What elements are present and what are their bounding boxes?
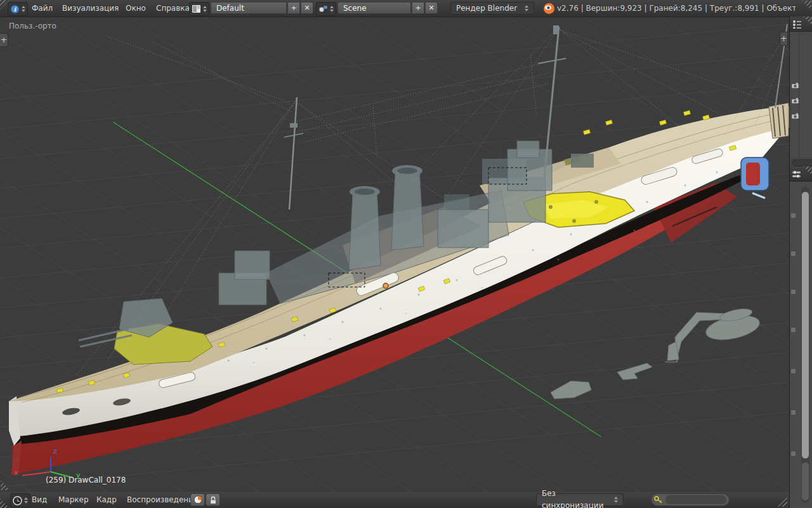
scene-spinner bbox=[330, 6, 334, 12]
timeline-header: Вид Маркер Кадр Воспроизведение Начало: … bbox=[0, 492, 789, 508]
properties-editor-icon bbox=[792, 170, 801, 178]
restrict-camera-icon[interactable] bbox=[792, 83, 800, 89]
menu-window[interactable]: Окно bbox=[126, 0, 146, 17]
padlock-icon bbox=[209, 496, 217, 504]
outliner-body[interactable] bbox=[790, 32, 812, 157]
properties-body[interactable] bbox=[790, 182, 812, 508]
render-engine-spinner bbox=[525, 5, 528, 11]
sync-mode-dropdown[interactable]: Без синхронизации bbox=[536, 493, 624, 506]
timeline-menu-view[interactable]: Вид bbox=[32, 492, 47, 508]
info-editor-icon: i bbox=[10, 4, 20, 14]
properties-header bbox=[790, 166, 812, 182]
toolshelf-expand-tab[interactable]: + bbox=[0, 33, 8, 47]
screen-layout-name-field[interactable]: Default bbox=[211, 2, 287, 14]
keying-set-key-icon bbox=[654, 496, 663, 504]
scene-selector[interactable] bbox=[316, 2, 336, 16]
outliner-hscrollbar[interactable] bbox=[790, 157, 812, 166]
info-header: i Файл Визуализация Окно Справка Default… bbox=[0, 0, 812, 17]
editor-type-spinner bbox=[22, 6, 25, 12]
menu-render[interactable]: Визуализация bbox=[62, 0, 119, 17]
delete-layout-button[interactable]: ✕ bbox=[301, 2, 313, 14]
active-object-info: (259) DrawCall_0178 bbox=[46, 476, 126, 485]
gizmo-y-label: y bbox=[76, 471, 81, 479]
properties-vscrollbar[interactable] bbox=[801, 187, 809, 503]
timeline-menu-marker[interactable]: Маркер bbox=[58, 492, 89, 508]
view-label: Польз.-орто bbox=[9, 22, 56, 30]
outliner-corner-handle[interactable] bbox=[803, 17, 812, 25]
menu-file[interactable]: Файл bbox=[32, 0, 53, 17]
timeline-corner-handle-right[interactable] bbox=[778, 497, 787, 507]
timeline-editor-spinner bbox=[24, 497, 28, 504]
properties-shelf-expand-tab[interactable]: + bbox=[780, 32, 788, 46]
header-corner-handle-right[interactable] bbox=[802, 1, 811, 10]
menu-help[interactable]: Справка bbox=[156, 0, 190, 17]
scene-name-field[interactable]: Scene bbox=[337, 2, 411, 14]
add-scene-button[interactable]: + bbox=[412, 2, 424, 14]
object-origin-dot bbox=[383, 283, 388, 288]
blender-window: Польз.-орто (259) DrawCall_0178 z x y + … bbox=[0, 0, 812, 508]
gizmo-z-label: z bbox=[53, 447, 57, 455]
timeline-clock-icon bbox=[13, 496, 22, 505]
outliner-header bbox=[790, 17, 812, 32]
scene-statistics: v2.76 | Вершин:9,923 | Граней:8,245 | Тр… bbox=[557, 0, 796, 17]
timeline-editor-type-selector[interactable] bbox=[10, 493, 30, 507]
keying-set-value[interactable] bbox=[665, 495, 726, 504]
properties-corner-handle[interactable] bbox=[803, 166, 812, 175]
timeline-menu-frame[interactable]: Кадр bbox=[96, 492, 117, 508]
screen-layout-spinner bbox=[203, 6, 207, 12]
screen-layout-icon bbox=[192, 4, 201, 13]
gizmo-x-label: x bbox=[14, 469, 18, 477]
timeline-menu-playback[interactable]: Воспроизведение bbox=[127, 492, 198, 508]
sync-mode-spinner bbox=[614, 497, 618, 503]
keying-set-field[interactable] bbox=[651, 493, 730, 506]
preview-clock-icon bbox=[193, 495, 202, 504]
viewport-canvas[interactable] bbox=[0, 17, 789, 492]
lock-frame-range-toggle[interactable] bbox=[206, 493, 220, 506]
render-engine-dropdown[interactable]: Рендер Blender bbox=[450, 2, 534, 15]
restrict-camera-icon[interactable] bbox=[792, 98, 800, 104]
add-layout-button[interactable]: + bbox=[287, 2, 300, 14]
restrict-camera-icon[interactable] bbox=[792, 113, 800, 119]
editor-type-selector[interactable]: i bbox=[8, 2, 28, 16]
right-editors-strip bbox=[789, 17, 812, 508]
delete-scene-button[interactable]: ✕ bbox=[425, 2, 438, 14]
screen-layout-selector[interactable] bbox=[189, 2, 209, 16]
outliner-editor-icon bbox=[792, 20, 801, 29]
scene-icon bbox=[318, 4, 328, 13]
preview-range-toggle[interactable] bbox=[190, 493, 205, 506]
timeline-corner-handle[interactable] bbox=[0, 498, 10, 508]
blender-logo bbox=[543, 3, 555, 15]
